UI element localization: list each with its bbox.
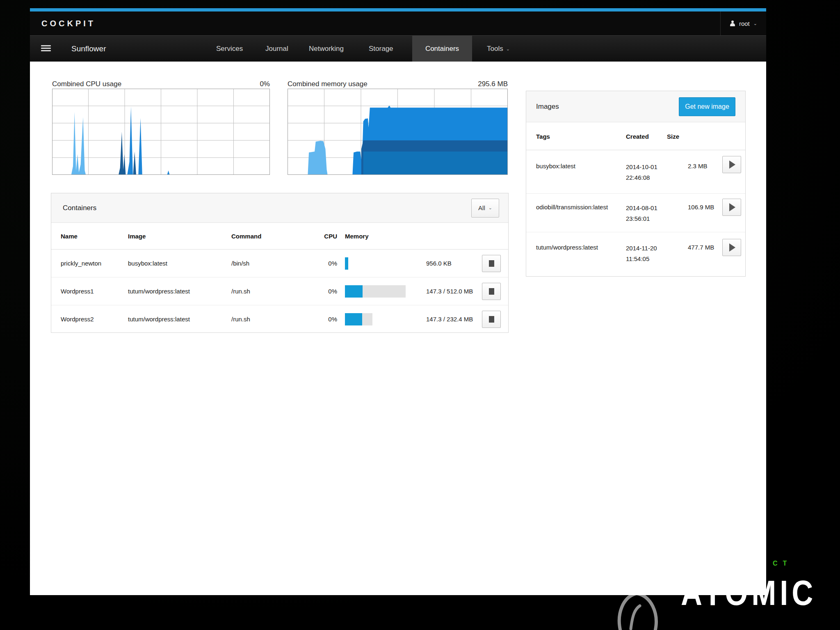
- memory-chart-header: Combined memory usage 295.6 MB: [288, 80, 508, 88]
- memory-bar: [345, 313, 372, 325]
- nav-item-services[interactable]: Services: [209, 36, 250, 62]
- cpu-chart-title: Combined CPU usage: [52, 80, 121, 88]
- nav-item-tools[interactable]: Tools⌄: [479, 36, 517, 62]
- user-name: root: [739, 20, 750, 27]
- memory-usage-chart: [288, 89, 508, 175]
- cpu-chart-value: 0%: [260, 80, 270, 88]
- containers-table-header: Name Image Command CPU Memory: [51, 223, 508, 250]
- image-created: 2014-08-0123:56:01: [626, 203, 657, 224]
- chevron-down-icon: ⌄: [753, 21, 757, 26]
- container-cpu: 0%: [296, 316, 337, 323]
- image-created: 2014-10-0122:46:08: [626, 162, 657, 183]
- image-size: 2.3 MB: [688, 163, 708, 170]
- col-tags: Tags: [536, 133, 550, 140]
- container-cpu: 0%: [296, 288, 337, 295]
- container-row[interactable]: Wordpress2 tutum/wordpress:latest /run.s…: [51, 305, 508, 333]
- container-name: prickly_newton: [61, 260, 101, 267]
- run-image-button[interactable]: [722, 199, 741, 216]
- image-tag: busybox:latest: [536, 163, 575, 170]
- container-row[interactable]: prickly_newton busybox:latest /bin/sh 0%…: [51, 250, 508, 277]
- container-image: tutum/wordpress:latest: [128, 316, 190, 323]
- memory-chart-value: 295.6 MB: [478, 80, 508, 88]
- image-size: 477.7 MB: [688, 244, 714, 251]
- col-size: Size: [667, 133, 679, 140]
- container-command: /run.sh: [231, 288, 250, 295]
- images-table-header: Tags Created Size: [526, 122, 745, 150]
- image-row[interactable]: busybox:latest 2014-10-0122:46:08 2.3 MB: [526, 150, 745, 194]
- col-created: Created: [626, 133, 649, 140]
- stop-container-button[interactable]: [482, 283, 501, 300]
- cockpit-window: COCKPIT root ⌄ Sunflower Services Journa…: [30, 8, 766, 595]
- play-icon: [729, 160, 735, 169]
- user-menu[interactable]: root ⌄: [720, 11, 766, 35]
- image-size: 106.9 MB: [688, 204, 714, 211]
- col-image: Image: [128, 233, 146, 240]
- col-command: Command: [231, 233, 261, 240]
- images-panel: Images Get new image Tags Created Size b…: [526, 91, 746, 277]
- stop-container-button[interactable]: [482, 255, 501, 272]
- containers-panel-header: Containers All ⌄: [51, 193, 508, 223]
- cockpit-brand: COCKPIT: [30, 19, 96, 28]
- container-memory-text: 147.3 / 512.0 MB: [426, 288, 473, 295]
- atomic-logo-icon: [611, 589, 665, 630]
- image-row[interactable]: tutum/wordpress:latest 2014-11-2011:54:0…: [526, 232, 745, 277]
- get-new-image-button[interactable]: Get new image: [679, 97, 735, 116]
- container-image: busybox:latest: [128, 260, 167, 267]
- play-icon: [729, 203, 735, 211]
- main-content: Combined CPU usage 0% Combined memory us…: [30, 62, 766, 595]
- container-name: Wordpress1: [61, 288, 94, 295]
- image-tag: odiobill/transmission:latest: [536, 204, 608, 211]
- col-cpu: CPU: [296, 233, 337, 240]
- image-created: 2014-11-2011:54:05: [626, 243, 657, 264]
- container-cpu: 0%: [296, 260, 337, 267]
- run-image-button[interactable]: [722, 156, 741, 173]
- stop-container-button[interactable]: [482, 311, 501, 328]
- nav-item-networking[interactable]: Networking: [301, 36, 351, 62]
- col-name: Name: [61, 233, 78, 240]
- col-memory: Memory: [345, 233, 369, 240]
- user-icon: [730, 21, 735, 26]
- stop-icon: [489, 316, 494, 323]
- title-bar: COCKPIT root ⌄: [30, 11, 766, 35]
- play-icon: [729, 243, 735, 252]
- container-row[interactable]: Wordpress1 tutum/wordpress:latest /run.s…: [51, 277, 508, 305]
- images-panel-header: Images Get new image: [526, 91, 745, 122]
- containers-panel: Containers All ⌄ Name Image Command CPU …: [51, 193, 509, 333]
- nav-bar: Sunflower Services Journal Networking St…: [30, 35, 766, 62]
- containers-filter-dropdown[interactable]: All ⌄: [471, 199, 499, 218]
- memory-chart-title: Combined memory usage: [288, 80, 368, 88]
- container-name: Wordpress2: [61, 316, 94, 323]
- chevron-down-icon: ⌄: [488, 205, 492, 211]
- container-image: tutum/wordpress:latest: [128, 288, 190, 295]
- chevron-down-icon: ⌄: [506, 46, 510, 52]
- accent-top-strip: [30, 8, 766, 11]
- stop-icon: [489, 260, 494, 267]
- memory-bar: [345, 285, 406, 298]
- nav-item-journal[interactable]: Journal: [258, 36, 296, 62]
- images-panel-title: Images: [536, 103, 559, 111]
- cpu-usage-chart: [52, 89, 270, 175]
- container-memory-text: 147.3 / 232.4 MB: [426, 316, 473, 323]
- memory-bar: [345, 257, 348, 270]
- stop-icon: [489, 288, 494, 295]
- nav-item-storage[interactable]: Storage: [361, 36, 401, 62]
- project-atomic-small-text: CT: [773, 560, 792, 567]
- cpu-chart-header: Combined CPU usage 0%: [52, 80, 270, 88]
- container-memory-text: 956.0 KB: [426, 260, 452, 267]
- image-tag: tutum/wordpress:latest: [536, 244, 598, 251]
- container-command: /run.sh: [231, 316, 250, 323]
- hamburger-menu-icon[interactable]: [41, 45, 51, 53]
- image-row[interactable]: odiobill/transmission:latest 2014-08-012…: [526, 194, 745, 232]
- run-image-button[interactable]: [722, 239, 741, 256]
- container-command: /bin/sh: [231, 260, 249, 267]
- nav-item-containers[interactable]: Containers: [412, 36, 472, 62]
- containers-panel-title: Containers: [63, 204, 96, 212]
- hostname-label[interactable]: Sunflower: [71, 36, 106, 62]
